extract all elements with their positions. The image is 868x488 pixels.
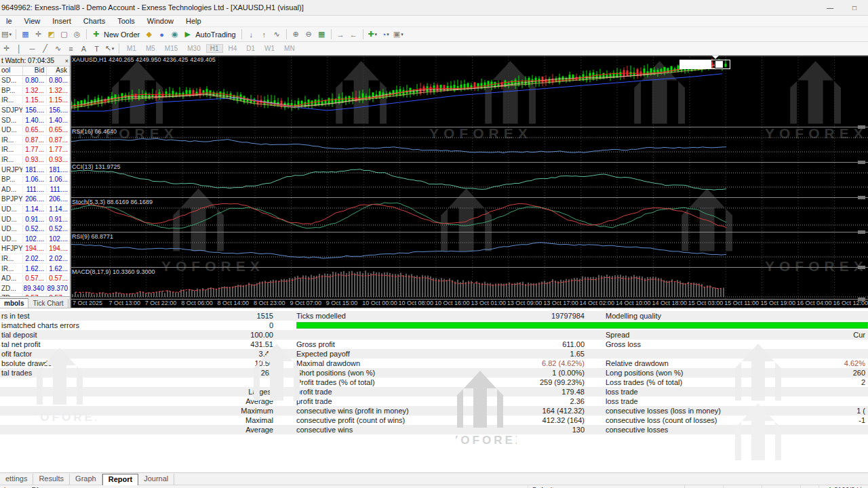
print-icon[interactable]: ▤▾ — [1, 28, 12, 40]
market-watch-row[interactable]: ZD...89.34089.370 — [0, 283, 70, 293]
market-watch-row[interactable]: HFJPY194....194.... — [0, 244, 70, 254]
menu-item-charts[interactable]: Charts — [77, 17, 111, 25]
report-row[interactable]: bsolute drawdown10.50Maximal drawdown6.8… — [0, 359, 868, 368]
indicators-menu-icon[interactable]: ✚▾ — [367, 28, 378, 40]
timeframe-mn[interactable]: MN — [280, 44, 299, 53]
market-watch-row[interactable]: IR...1.15...1.15... — [0, 96, 70, 106]
report-row[interactable]: Averageprofit trade2.36loss trade — [0, 396, 868, 406]
market-watch-row[interactable]: UD...1.14...1.14... — [0, 205, 70, 215]
progress-thumb-handle[interactable] — [715, 60, 724, 68]
report-row[interactable]: tial deposit100.00SpreadCur — [0, 330, 868, 340]
chart-window-icon[interactable]: ▢ — [58, 28, 70, 40]
menu-item-insert[interactable]: Insert — [46, 17, 77, 25]
market-watch-row[interactable]: IR...1.62...1.62... — [0, 264, 70, 274]
timeframe-h1[interactable]: H1 — [206, 44, 223, 53]
menu-item-view[interactable]: View — [18, 17, 47, 25]
market-watch-tab-mbols[interactable]: mbols — [0, 298, 28, 308]
status-profile[interactable]: Default — [528, 485, 685, 488]
tab-report[interactable]: Report — [102, 474, 138, 485]
timeframe-d1[interactable]: D1 — [242, 44, 259, 53]
report-row[interactable]: Maximumconsecutive wins (profit in money… — [0, 406, 868, 415]
chart-shift-icon[interactable]: → — [335, 28, 347, 40]
dropdown-arrow-icon[interactable]: ▾ — [375, 32, 378, 37]
dropdown-arrow-icon[interactable]: ▾ — [401, 32, 403, 37]
report-row[interactable]: ismatched charts errors0 — [0, 321, 868, 330]
market-watch-row[interactable]: SD...0.80...0.80... — [0, 76, 70, 86]
text-icon[interactable]: A — [78, 43, 90, 54]
market-watch-row[interactable]: UD...0.91...0.91... — [0, 214, 70, 224]
new-chart-icon[interactable]: ◩ — [45, 28, 57, 40]
tab-results[interactable]: Results — [33, 474, 70, 485]
column-header-bid[interactable]: Bid — [23, 66, 47, 75]
dropdown-arrow-icon[interactable]: ▾ — [387, 32, 389, 37]
column-header-ask[interactable]: Ask — [47, 66, 70, 75]
tab-journal[interactable]: Journal — [138, 474, 174, 485]
report-row[interactable]: Maximalconsecutive profit (count of wins… — [0, 415, 868, 425]
vertical-line-icon[interactable]: │ — [14, 43, 25, 54]
zoom-in-icon[interactable]: ⊕ — [290, 28, 302, 40]
timeframe-m30[interactable]: M30 — [183, 44, 204, 53]
trend-icon[interactable]: ∿ — [271, 28, 283, 40]
market-watch-row[interactable]: UD...0.52...0.52... — [0, 224, 70, 235]
market-watch-row[interactable]: URJPY181....181.... — [0, 165, 70, 175]
tile-windows-icon[interactable]: ▦ — [316, 28, 328, 40]
report-row[interactable]: ofit factor3.40Expected payoff1.65 — [0, 349, 868, 359]
report-row[interactable]: tal net profit431.51Gross profit611.00Gr… — [0, 340, 868, 349]
report-row[interactable]: Profit trades (% of total)259 (99.23%)Lo… — [0, 378, 868, 387]
menu-item-le[interactable]: le — [0, 17, 18, 25]
maximize-button[interactable]: □ — [842, 1, 867, 14]
autotrading-icon[interactable]: ▶ — [182, 28, 193, 40]
market-watch-row[interactable]: BP...1.32...1.32... — [0, 86, 70, 96]
report-row[interactable]: Largestprofit trade179.48loss trade — [0, 387, 868, 396]
tab-graph[interactable]: Graph — [70, 474, 102, 485]
periods-menu-icon[interactable]: ◔▾ — [380, 28, 391, 40]
visual-mode-progress[interactable] — [679, 60, 730, 69]
timeframe-m1[interactable]: M1 — [123, 44, 140, 53]
timeframe-m15[interactable]: M15 — [161, 44, 182, 53]
auto-scroll-icon[interactable]: ← — [348, 28, 359, 40]
dropdown-arrow-icon[interactable]: ▾ — [9, 32, 12, 37]
market-watch-row[interactable]: SD...1.40...1.40... — [0, 115, 70, 125]
trendline-icon[interactable]: ╱ — [39, 43, 51, 54]
autotrading-label[interactable]: AutoTrading — [195, 30, 236, 39]
crosshair-icon[interactable]: ✛ — [33, 28, 44, 40]
new-order-label[interactable]: New Order — [104, 30, 140, 39]
minimize-button[interactable]: — — [818, 1, 842, 14]
timeframe-h4[interactable]: H4 — [224, 44, 241, 53]
report-row[interactable]: tal trades261Short positions (won %)1 (0… — [0, 368, 868, 378]
market-watch-tab-tick-chart[interactable]: Tick Chart — [28, 299, 68, 308]
close-icon[interactable]: × — [65, 58, 68, 64]
market-watch-row[interactable]: UD...102....102.... — [0, 235, 70, 245]
report-row[interactable]: rs in test1515Ticks modelled19797984Mode… — [0, 311, 868, 321]
menu-item-window[interactable]: Window — [141, 17, 180, 25]
zoom-window-icon[interactable]: ◎ — [71, 28, 83, 40]
market-watch-row[interactable]: IR...1.77...1.77... — [0, 145, 70, 155]
tab-ettings[interactable]: ettings — [0, 474, 33, 485]
menu-item-tools[interactable]: Tools — [111, 17, 141, 25]
report-row[interactable]: Averageconsecutive wins130consecutive lo… — [0, 425, 868, 434]
market-watch-row[interactable]: SDJPY156....156.... — [0, 106, 70, 116]
menu-item-help[interactable]: Help — [180, 17, 208, 25]
cursor-cross-icon[interactable]: ✛ — [1, 43, 12, 54]
market-watch-row[interactable]: BPJPY206....206.... — [0, 195, 70, 205]
script-icon[interactable]: ◉ — [169, 28, 180, 40]
timeframe-w1[interactable]: W1 — [260, 44, 279, 53]
arrow-tool-icon[interactable]: ↖▾ — [104, 43, 115, 54]
market-watch-row[interactable]: IR...0.93...0.93... — [0, 155, 70, 165]
text-label-icon[interactable]: T — [91, 43, 102, 54]
expert-advisor-icon[interactable]: ● — [156, 28, 167, 40]
market-watch-row[interactable]: AD...111....111.... — [0, 185, 70, 195]
horizontal-line-icon[interactable]: ─ — [26, 43, 38, 54]
market-watch-row[interactable]: UD...0.65...0.65... — [0, 125, 70, 136]
new-order-plus-icon[interactable]: ✚ — [90, 28, 102, 40]
market-watch-row[interactable]: IR...0.87...0.87... — [0, 136, 70, 146]
chart-cursor-icon[interactable]: ▦ — [20, 28, 31, 40]
zoom-out-icon[interactable]: ⊖ — [303, 28, 315, 40]
market-watch-row[interactable]: BP...1.06...1.06... — [0, 175, 70, 185]
chart-area[interactable]: YOFOREXYOFOREXYOFOREXYOFOREXYOFOREX XAUU… — [70, 56, 868, 308]
styler-icon[interactable]: ◆ — [143, 28, 155, 40]
fibonacci-icon[interactable]: ∿ — [52, 43, 64, 54]
market-watch-row[interactable]: IR...2.02...2.02... — [0, 254, 70, 264]
dropdown-arrow-icon[interactable]: ▾ — [112, 46, 115, 52]
timeframe-m5[interactable]: M5 — [142, 44, 159, 53]
